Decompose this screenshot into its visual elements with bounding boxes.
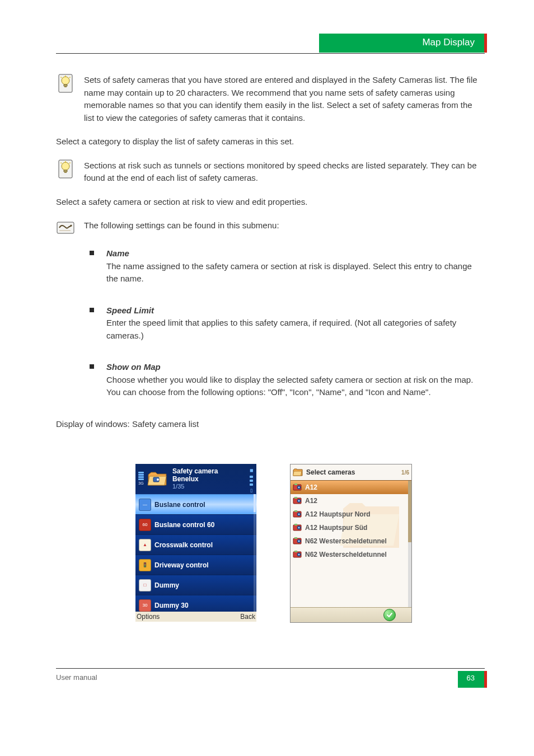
list-item[interactable]: □Dummy [135, 575, 256, 595]
svg-point-11 [298, 487, 299, 488]
list-item-label: Dummy [154, 580, 179, 590]
paragraph-2: Select a safety camera or section at ris… [56, 196, 478, 209]
screen1-count: 1/35 [172, 483, 218, 490]
header-title: Map Display [422, 37, 475, 48]
list-item-label: N62 Westerscheldetunnel [305, 550, 387, 560]
svg-point-23 [298, 527, 299, 528]
list-item[interactable]: N62 Westerscheldetunnel [291, 548, 411, 561]
ok-button[interactable] [383, 609, 396, 621]
bullet-desc: The name assigned to the safety camera o… [106, 261, 472, 284]
screen1-title-line2: Benelux [172, 476, 218, 483]
list-item[interactable]: —Buslane control [135, 494, 256, 514]
lightbulb-icon [56, 74, 75, 93]
camera-icon [293, 523, 303, 532]
category-icon: 30 [139, 599, 151, 612]
bullet-text: Show on Map Choose whether you would lik… [106, 361, 478, 399]
svg-rect-9 [294, 483, 297, 485]
svg-rect-13 [294, 497, 297, 499]
bullet-desc: Enter the speed limit that applies to th… [106, 318, 456, 340]
list-item-label: A12 Hauptspur Nord [305, 509, 371, 519]
page-footer: User manual 63 [56, 668, 485, 689]
list-item-label: Buslane control [154, 500, 205, 510]
scrollbar[interactable] [254, 494, 256, 612]
category-icon: 🚦 [139, 559, 151, 571]
softkey-back[interactable]: Back [240, 612, 255, 622]
softkey-options[interactable]: Options [137, 612, 160, 622]
bullet-dot-icon [90, 308, 94, 312]
status-3g: 3G [138, 481, 143, 487]
note-text: The following settings can be found in t… [84, 219, 478, 232]
camera-icon [293, 496, 303, 505]
bullet-item: Speed Limit Enter the speed limit that a… [90, 304, 478, 342]
screen1-list[interactable]: —Buslane control60Buslane control 60▲Cro… [135, 494, 256, 615]
category-icon: — [139, 499, 151, 511]
bullet-dot-icon [90, 251, 94, 255]
page-header: Map Display [56, 0, 485, 54]
footer-page-number: 63 [467, 674, 475, 682]
hint-row-2: Sections at risk such as tunnels or sect… [56, 159, 478, 185]
bullet-label: Show on Map [106, 362, 161, 372]
content: Sets of safety cameras that you have sto… [56, 74, 478, 623]
bullet-label: Name [106, 248, 129, 258]
svg-rect-17 [294, 510, 297, 512]
list-item[interactable]: ▲Crosswalk control [135, 534, 256, 555]
svg-rect-21 [294, 524, 297, 525]
list-item-label: N62 Westerscheldetunnel [305, 536, 387, 546]
list-item[interactable]: 60Buslane control 60 [135, 514, 256, 534]
svg-point-31 [298, 554, 299, 555]
svg-rect-25 [294, 537, 297, 539]
bullet-item: Show on Map Choose whether you would lik… [90, 361, 478, 399]
folder-icon [293, 468, 303, 476]
hint-text-2: Sections at risk such as tunnels or sect… [84, 159, 478, 185]
svg-point-15 [298, 500, 299, 501]
category-icon: ▲ [139, 539, 151, 551]
list-item[interactable]: A12 [291, 481, 411, 494]
camera-icon [293, 510, 303, 519]
screen1-title-block: Safety camera Benelux 1/35 [172, 468, 218, 490]
list-item-label: Driveway control [154, 560, 209, 570]
category-icon: □ [139, 579, 151, 591]
list-item[interactable]: A12 Hauptspur Süd [291, 521, 411, 534]
list-item[interactable]: N62 Westerscheldetunnel [291, 534, 411, 548]
lightbulb-icon [56, 159, 75, 179]
bullet-label: Speed Limit [106, 306, 154, 315]
svg-point-19 [298, 514, 299, 515]
screen2-header: Select cameras 1/6 [291, 464, 411, 481]
screen1-softkeys: Options Back [135, 612, 256, 622]
scrollbar-thumb[interactable] [408, 481, 411, 542]
list-item-label: A12 [305, 496, 317, 506]
screen2-footer [291, 607, 411, 622]
hint-text-1: Sets of safety cameras that you have sto… [84, 74, 478, 124]
svg-rect-29 [294, 551, 297, 552]
svg-point-5 [71, 225, 72, 227]
list-item[interactable]: 🚦Driveway control [135, 555, 256, 575]
screenshot-select-cameras: Select cameras 1/6 A12A12A12 Hauptspur N… [290, 464, 412, 623]
svg-point-1 [62, 77, 69, 84]
folder-icon [147, 470, 169, 488]
list-item-label: A12 [305, 482, 317, 492]
list-item-label: Dummy 30 [154, 600, 189, 611]
bullet-text: Name The name assigned to the safety cam… [106, 247, 478, 285]
note-hand-icon [56, 219, 75, 236]
bullet-desc: Choose whether you would like to display… [106, 375, 473, 397]
screen2-list[interactable]: A12A12A12 Hauptspur NordA12 Hauptspur Sü… [291, 481, 411, 561]
screen1-title-line1: Safety camera [172, 468, 218, 476]
list-item-label: Crosswalk control [154, 540, 213, 550]
screen2-count: 1/6 [401, 468, 409, 477]
screenshots-row: 3G Safety camera Benelux 1/35 ◼ [135, 464, 478, 623]
list-item[interactable]: A12 [291, 494, 411, 508]
note-row: The following settings can be found in t… [56, 219, 478, 236]
scrollbar[interactable] [408, 481, 411, 608]
screen2-body: A12A12A12 Hauptspur NordA12 Hauptspur Sü… [291, 481, 411, 608]
list-item-label: A12 Hauptspur Süd [305, 523, 367, 533]
bullet-list: Name The name assigned to the safety cam… [90, 247, 478, 399]
screen2-title: Select cameras [306, 467, 355, 477]
bullet-text: Speed Limit Enter the speed limit that a… [106, 304, 478, 342]
svg-point-7 [157, 478, 159, 481]
footer-badge-accent [484, 671, 487, 688]
scrollbar-thumb[interactable] [254, 494, 256, 512]
paragraph-1: Select a category to display the list of… [56, 135, 478, 148]
svg-point-3 [62, 162, 69, 170]
camera-icon [293, 537, 303, 546]
list-item[interactable]: A12 Hauptspur Nord [291, 508, 411, 521]
